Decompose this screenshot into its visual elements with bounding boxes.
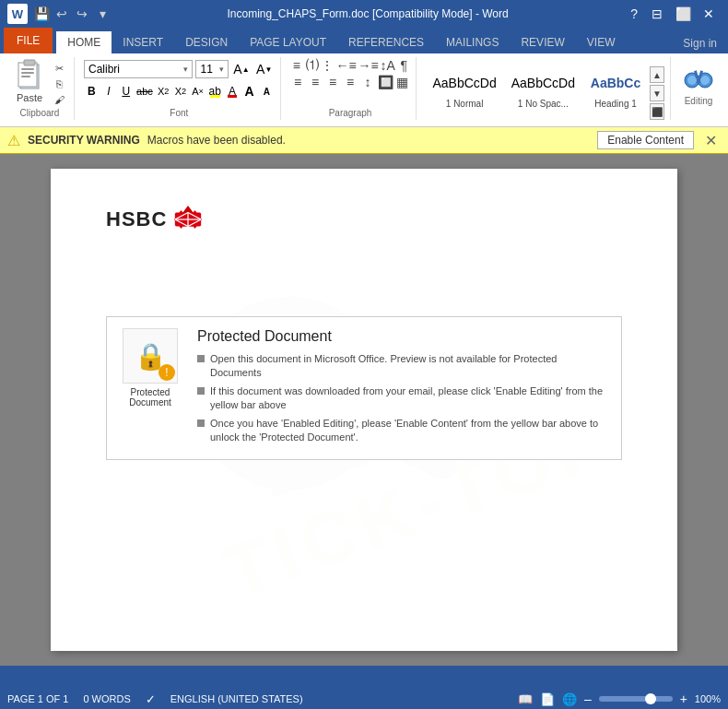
title-bar-left: W 💾 ↩ ↪ ▾ xyxy=(7,4,111,24)
editing-group: Editing xyxy=(675,57,722,120)
numbered-list-button[interactable]: ⑴ xyxy=(305,57,319,74)
customize-button[interactable]: ▾ xyxy=(94,6,111,22)
style-nospace[interactable]: AaBbCcDd 1 No Spac... xyxy=(505,65,581,112)
title-bar: W 💾 ↩ ↪ ▾ Incoming_CHAPS_Form.doc [Compa… xyxy=(0,0,728,28)
style-normal-label: 1 Normal xyxy=(446,99,484,109)
clear-format-button[interactable]: A× xyxy=(190,82,205,100)
format-painter-button[interactable]: 🖌 xyxy=(50,92,68,107)
decrease-font-button[interactable]: A▼ xyxy=(254,60,275,78)
zoom-slider[interactable] xyxy=(599,696,673,702)
style-normal[interactable]: AaBbCcDd 1 Normal xyxy=(426,65,502,112)
font-group: Calibri ▾ 11 ▾ A▲ A▼ B I U abc X2 X2 A× … xyxy=(78,57,281,120)
svg-point-10 xyxy=(700,76,710,85)
print-layout-icon[interactable]: 📄 xyxy=(540,692,555,706)
lock-icon-box: 🔒 ! xyxy=(123,328,178,384)
font-name-dropdown[interactable]: Calibri ▾ xyxy=(84,60,193,78)
show-formatting-button[interactable]: ¶ xyxy=(397,57,411,74)
text-highlight-button[interactable]: ab xyxy=(207,82,223,100)
undo-button[interactable]: ↩ xyxy=(53,6,70,22)
font-size-dropdown[interactable]: 11 ▾ xyxy=(195,60,229,78)
read-mode-icon[interactable]: 📖 xyxy=(518,692,533,706)
close-button[interactable]: ✕ xyxy=(697,5,721,23)
bullet-3 xyxy=(197,419,205,427)
help-button[interactable]: ? xyxy=(625,6,643,21)
font-color-button[interactable]: A xyxy=(225,82,241,100)
save-button[interactable]: 💾 xyxy=(33,6,50,22)
copy-button[interactable]: ⎘ xyxy=(50,77,68,91)
zoom-level: 100% xyxy=(695,693,721,704)
underline-button[interactable]: U xyxy=(118,82,134,100)
cut-button[interactable]: ✂ xyxy=(50,61,68,76)
styles-group: AaBbCcDd 1 Normal AaBbCcDd 1 No Spac... … xyxy=(420,57,671,120)
font-row1: Calibri ▾ 11 ▾ A▲ A▼ xyxy=(84,57,275,80)
styles-scroll-down[interactable]: ▼ xyxy=(650,85,664,101)
paste-button[interactable]: Paste xyxy=(11,57,48,105)
font-group-label: Font xyxy=(78,108,280,118)
redo-button[interactable]: ↪ xyxy=(74,6,90,22)
protected-item-3: Once you have 'Enabled Editing', please … xyxy=(197,417,610,445)
protected-item-1: Open this document in Microsoft Office. … xyxy=(197,352,610,381)
sign-in-button[interactable]: Sign in xyxy=(675,33,724,53)
zoom-in-button[interactable]: + xyxy=(680,691,687,706)
font-size-decrease-button[interactable]: A xyxy=(259,82,275,100)
word-app-icon: W xyxy=(7,4,28,24)
hsbc-logo: HSBC xyxy=(106,206,622,233)
web-layout-icon[interactable]: 🌐 xyxy=(562,692,577,706)
tab-insert[interactable]: INSERT xyxy=(112,31,174,53)
border-button[interactable]: ▦ xyxy=(395,74,411,90)
multilevel-list-button[interactable]: ⋮ xyxy=(321,57,335,74)
bullets-button[interactable]: ≡ xyxy=(290,57,304,74)
tab-home[interactable]: HOME xyxy=(56,31,112,53)
paragraph-row2: ≡ ≡ ≡ ≡ ↕ 🔲 ▦ xyxy=(290,74,411,90)
tab-references[interactable]: REFERENCES xyxy=(337,31,435,53)
zoom-out-button[interactable]: – xyxy=(584,691,592,706)
align-center-button[interactable]: ≡ xyxy=(308,74,323,90)
security-warning-message: Macros have been disabled. xyxy=(147,134,590,147)
tab-view[interactable]: VIEW xyxy=(576,31,627,53)
document-page: TICK-TOK HSBC xyxy=(51,169,677,651)
lock-badge: ! xyxy=(159,364,175,381)
line-spacing-button[interactable]: ↕ xyxy=(360,74,376,90)
sort-button[interactable]: ↕A xyxy=(381,57,395,74)
bullet-2 xyxy=(197,387,205,395)
tab-mailings[interactable]: MAILINGS xyxy=(435,31,510,53)
maximize-button[interactable]: ⬜ xyxy=(671,5,695,23)
style-nospace-preview: AaBbCcDd xyxy=(511,69,575,99)
increase-font-button[interactable]: A▲ xyxy=(231,60,252,78)
security-warning-bar: ⚠ SECURITY WARNING Macros have been disa… xyxy=(0,127,728,154)
strikethrough-button[interactable]: abc xyxy=(135,82,154,100)
security-warning-icon: ⚠ xyxy=(7,132,20,149)
bold-button[interactable]: B xyxy=(84,82,100,100)
styles-scroll-up[interactable]: ▲ xyxy=(650,66,664,83)
minimize-button[interactable]: ⊟ xyxy=(645,5,669,23)
font-size-increase-button[interactable]: A xyxy=(241,82,257,100)
justify-button[interactable]: ≡ xyxy=(343,74,358,90)
protected-title: Protected Document xyxy=(197,328,610,345)
status-bar: PAGE 1 OF 1 0 WORDS ✓ ENGLISH (UNITED ST… xyxy=(0,689,728,709)
decrease-indent-button[interactable]: ←≡ xyxy=(336,57,357,74)
spell-check-icon[interactable]: ✓ xyxy=(146,692,156,706)
protected-content: Protected Document Open this document in… xyxy=(197,328,610,448)
shading-button[interactable]: 🔲 xyxy=(378,74,393,90)
subscript-button[interactable]: X2 xyxy=(156,82,171,100)
align-left-button[interactable]: ≡ xyxy=(290,74,306,90)
italic-button[interactable]: I xyxy=(101,82,117,100)
enable-content-button[interactable]: Enable Content xyxy=(597,131,694,149)
clipboard-small-buttons: ✂ ⎘ 🖌 xyxy=(50,57,68,107)
styles-more[interactable]: ⬛ xyxy=(650,103,664,120)
superscript-button[interactable]: X2 xyxy=(173,82,189,100)
tab-file[interactable]: FILE xyxy=(4,28,53,53)
align-right-button[interactable]: ≡ xyxy=(325,74,341,90)
security-bar-close[interactable]: ✕ xyxy=(701,132,721,149)
protected-icon-label: Protected Document xyxy=(129,387,171,408)
increase-indent-button[interactable]: →≡ xyxy=(358,57,379,74)
paragraph-row1: ≡ ⑴ ⋮ ←≡ →≡ ↕A ¶ xyxy=(290,57,411,74)
clipboard-group: Paste ✂ ⎘ 🖌 Clipboard xyxy=(6,57,75,120)
style-heading1[interactable]: AaBbCc Heading 1 xyxy=(583,65,648,112)
clipboard-label: Clipboard xyxy=(6,108,74,118)
tab-design[interactable]: DESIGN xyxy=(174,31,239,53)
tab-review[interactable]: REVIEW xyxy=(510,31,575,53)
security-warning-title: SECURITY WARNING xyxy=(28,134,140,147)
svg-rect-2 xyxy=(24,60,35,65)
tab-page-layout[interactable]: PAGE LAYOUT xyxy=(239,31,337,53)
